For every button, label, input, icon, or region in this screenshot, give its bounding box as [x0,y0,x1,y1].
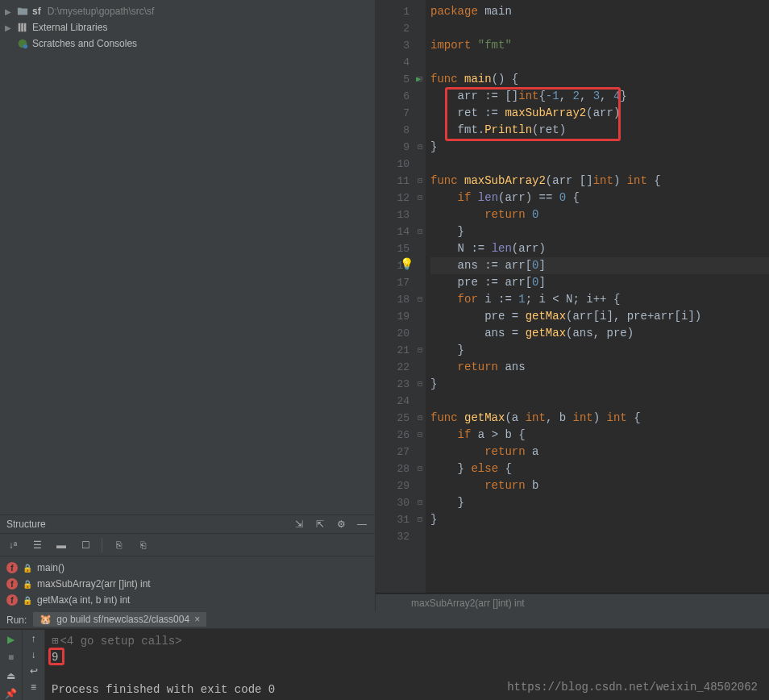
scratches-label: Scratches and Consoles [32,38,137,49]
fold-column[interactable]: ⊟⊟⊟⊟⊟⊟⊟⊟⊟⊟⊟⊟⊟ [414,0,426,593]
expand-icon[interactable]: ⇱ [314,518,326,531]
go-icon: 🐹 [39,614,52,625]
run-tab-label: go build sf/newclass2/class004 [56,614,189,625]
softwrap-icon[interactable]: ↩ [30,665,38,677]
sort-icon[interactable]: ☰ [29,537,45,553]
expand-all-icon[interactable]: ⎘ [110,537,127,553]
function-badge: f [6,578,18,590]
run-header: Run: 🐹 go build sf/newclass2/class004 × [0,611,769,629]
console-output[interactable]: ⊞<4 go setup calls>9Process finished wit… [45,630,769,700]
watermark: https://blog.csdn.net/weixin_48502062 [507,681,758,694]
rerun-icon[interactable]: ▶ [3,633,19,646]
breadcrumb[interactable]: maxSubArray2(arr []int) int [376,594,769,611]
project-root[interactable]: ▶ sf D:\mysetup\gopath\src\sf [0,3,375,19]
function-badge: f [6,594,18,606]
close-icon[interactable]: × [194,614,200,625]
sort-alpha-icon[interactable]: ↓ª [5,537,21,553]
svg-rect-2 [24,23,27,32]
scratches-icon [16,37,29,50]
pin-icon[interactable]: 📌 [3,687,19,700]
code-editor[interactable]: 12345▶6789101112131415161718192021222324… [376,0,769,594]
structure-item-label: getMax(a int, b int) int [37,594,130,606]
folder-icon [16,5,29,18]
collapse-icon[interactable]: ⇲ [293,518,306,531]
up-icon[interactable]: ↑ [31,633,36,644]
chevron-right-icon[interactable]: ▶ [3,7,13,16]
structure-item-label: main() [37,562,64,573]
lock-icon: 🔒 [23,564,32,573]
lock-icon: 🔒 [23,596,32,605]
run-toolbar-left2: ↑ ↓ ↩ ≡ [23,630,45,700]
code-area[interactable]: package mainimport "fmt"func main() { ar… [426,0,769,593]
project-root-path: D:\mysetup\gopath\src\sf [48,6,155,17]
structure-toolbar: ↓ª ☰ ▬ ☐ ⎘ ⎗ [0,534,375,556]
structure-item-getmax[interactable]: f 🔒 getMax(a int, b int) int [0,592,375,608]
svg-point-4 [23,44,27,48]
structure-item-main[interactable]: f 🔒 main() [0,560,375,576]
external-libraries-label: External Libraries [32,22,107,33]
minimize-icon[interactable]: — [355,518,368,531]
highlight-box-1 [445,87,621,141]
run-tab[interactable]: 🐹 go build sf/newclass2/class004 × [33,612,206,628]
scroll-icon[interactable]: ≡ [31,681,36,693]
function-badge: f [6,562,18,573]
show-icon[interactable]: ☐ [77,537,94,553]
exit-icon[interactable]: ⏏ [3,669,19,682]
svg-rect-0 [19,23,21,32]
external-libraries[interactable]: ▶ External Libraries [0,19,375,35]
structure-header: Structure ⇲ ⇱ ⚙ — [0,515,375,534]
project-tree[interactable]: ▶ sf D:\mysetup\gopath\src\sf ▶ External… [0,0,375,515]
down-icon[interactable]: ↓ [31,649,36,660]
structure-list: f 🔒 main() f 🔒 maxSubArray2(arr []int) i… [0,556,375,611]
collapse-all-icon[interactable]: ⎗ [135,537,151,553]
line-gutter[interactable]: 12345▶6789101112131415161718192021222324… [376,0,414,593]
run-label: Run: [6,615,27,626]
fields-icon[interactable]: ▬ [53,537,69,553]
breadcrumb-text: maxSubArray2(arr []int) int [411,598,525,609]
structure-item-label: maxSubArray2(arr []int) int [37,578,151,590]
structure-item-maxsubarray2[interactable]: f 🔒 maxSubArray2(arr []int) int [0,576,375,592]
project-root-name: sf [32,6,41,17]
run-toolbar-left: ▶ ■ ⏏ 📌 [0,630,23,700]
lock-icon: 🔒 [23,580,32,589]
chevron-right-icon[interactable]: ▶ [3,23,13,32]
stop-icon[interactable]: ■ [3,651,19,664]
gear-icon[interactable]: ⚙ [335,518,347,531]
structure-title: Structure [6,519,46,530]
svg-rect-1 [21,23,23,32]
libraries-icon [16,21,29,34]
scratches[interactable]: Scratches and Consoles [0,35,375,52]
